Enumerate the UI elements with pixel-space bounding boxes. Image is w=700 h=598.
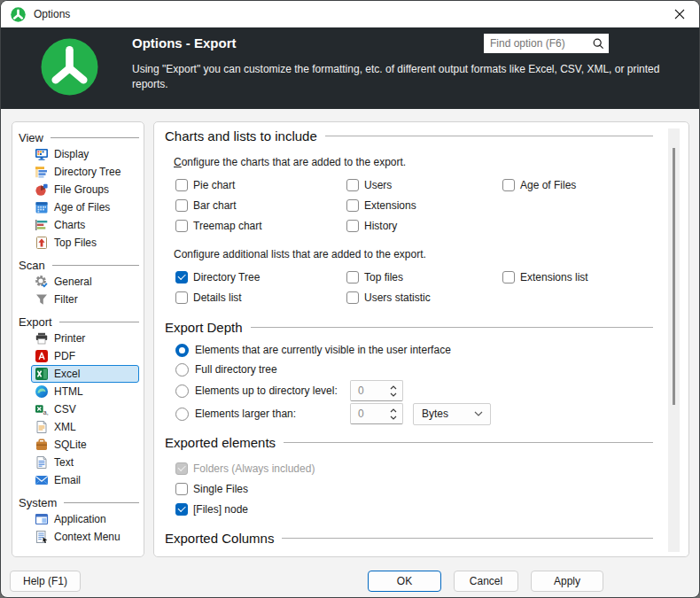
search-icon [592,37,604,50]
scrollbar-thumb[interactable] [673,148,675,405]
checkbox-extensions-list[interactable]: Extensions list [502,267,653,287]
checkbox-box [346,291,359,304]
checkbox-history[interactable]: History [346,215,502,236]
apply-button[interactable]: Apply [531,571,603,592]
sidebar-item-label: Excel [54,368,80,380]
sidebar-section-export: Export [12,314,144,330]
radio-elements-up-to-directory-level[interactable]: Elements up to directory level:0 [175,379,653,402]
checkbox-directory-tree[interactable]: Directory Tree [175,267,346,287]
sidebar-item-xml[interactable]: XML [31,418,139,436]
application-icon [35,512,49,526]
checkbox-label: Top files [364,271,403,283]
xml-icon [35,420,49,434]
sidebar-item-filter[interactable]: Filter [31,291,139,308]
checkbox-box [175,503,188,516]
sidebar-item-csv[interactable]: a,CSV [31,400,139,418]
sidebar-item-printer[interactable]: Printer [31,330,139,347]
checkbox-box [346,199,359,212]
checkbox-pie-chart[interactable]: Pie chart [175,175,346,195]
help-button[interactable]: Help (F1) [10,571,81,592]
sidebar-item-text[interactable]: Text [31,454,139,471]
sidebar-item-top-files[interactable]: Top Files [31,234,139,252]
display-icon [35,147,49,161]
treesize-logo-icon [41,38,98,96]
csv-icon: a, [35,402,49,416]
scrollbar[interactable] [668,128,680,552]
spinner-up-button[interactable] [390,408,397,413]
find-option-search[interactable] [484,34,609,53]
page-title: Options - Export [132,35,237,50]
sidebar-item-label: Filter [54,293,78,306]
sidebar-item-file-groups[interactable]: File Groups [31,181,139,198]
spinner-up-button[interactable] [390,385,397,390]
checkbox-age-of-files[interactable]: Age of Files [502,175,653,195]
spinner-down-button[interactable] [390,415,397,420]
spinner-arrows [390,385,402,397]
radio-full-directory-tree[interactable]: Full directory tree [175,360,653,379]
sidebar-item-label: Context Menu [54,531,121,543]
export-options-panel: Charts and lists to include Configure th… [153,121,689,557]
radio-button [175,408,189,421]
sidebar-item-age-of-files[interactable]: Age of Files [31,198,139,216]
radio-label: Elements up to directory level: [195,384,344,397]
section-divider [284,442,653,443]
checkbox-treemap-chart[interactable]: Treemap chart [175,215,346,236]
checkbox-top-files[interactable]: Top files [346,267,502,287]
section-divider [51,137,139,138]
checkbox-bar-chart[interactable]: Bar chart [175,195,346,215]
page-header: Options - Export Using "Export" you can … [1,27,699,109]
sidebar-item-email[interactable]: Email [31,471,139,489]
excel-icon [35,367,49,381]
checkbox-users-statistic[interactable]: Users statistic [346,287,502,307]
checkbox-label: Directory Tree [193,271,260,283]
section-title: Export Depth [165,320,243,335]
sidebar-item-label: Application [54,513,106,525]
sidebar-item-display[interactable]: Display [31,145,139,163]
sidebar-item-label: PDF [54,350,75,362]
cancel-button[interactable]: Cancel [454,571,518,592]
radio-button [175,384,189,398]
checkbox-label: Treemap chart [193,220,262,232]
checkbox-label: Extensions [364,199,416,212]
unit-select[interactable]: Bytes [413,403,491,425]
html-icon [35,384,49,399]
sidebar-item-html[interactable]: HTML [31,383,139,400]
checkbox-users[interactable]: Users [346,175,502,195]
sidebar-item-label: General [54,276,92,288]
section-exported-columns: Exported Columns [165,530,653,546]
sidebar-item-label: File Groups [54,183,109,196]
radio-elements-that-are-currently-visible-in-the-user-interface[interactable]: Elements that are currently visible in t… [175,340,653,360]
sidebar-item-pdf[interactable]: PDF [31,347,139,365]
checkbox-files-node[interactable]: [Files] node [175,499,653,519]
checkbox-extensions[interactable]: Extensions [346,195,502,215]
radio-elements-larger-than[interactable]: Elements larger than:0Bytes [175,402,653,425]
top-files-icon [35,236,49,250]
checkbox-details-list[interactable]: Details list [175,287,346,307]
spinner-down-button[interactable] [390,392,397,397]
page-description: Using "Export" you can customize the for… [132,62,688,92]
checkbox-box [346,271,359,283]
section-divider [64,502,139,503]
sidebar-item-label: Top Files [54,237,97,249]
sidebar-item-general[interactable]: General [31,273,139,291]
checkbox-folders-always-included: Folders (Always included) [175,458,653,478]
elements-up-to-directory-level-spinner[interactable]: 0 [350,380,403,401]
checkbox-box [502,271,515,283]
ok-button[interactable]: OK [368,571,441,592]
spinner-value: 0 [351,384,390,397]
charts-icon [35,218,49,232]
sidebar-item-label: XML [54,421,76,433]
close-button[interactable] [660,1,699,27]
sidebar-item-sqlite[interactable]: SQLite [31,436,139,454]
sidebar-item-application[interactable]: Application [31,510,139,528]
search-input[interactable] [484,37,592,50]
sidebar-item-context-menu[interactable]: Context Menu [31,528,139,546]
section-divider [52,265,139,266]
sidebar-item-directory-tree[interactable]: Directory Tree [31,163,139,181]
checkbox-single-files[interactable]: Single Files [175,478,653,499]
sidebar-item-excel[interactable]: Excel [31,365,139,383]
sidebar-item-charts[interactable]: Charts [31,216,139,234]
sidebar-item-label: Text [54,456,74,469]
checkbox-box [175,483,188,495]
elements-larger-than-spinner[interactable]: 0 [350,403,403,424]
